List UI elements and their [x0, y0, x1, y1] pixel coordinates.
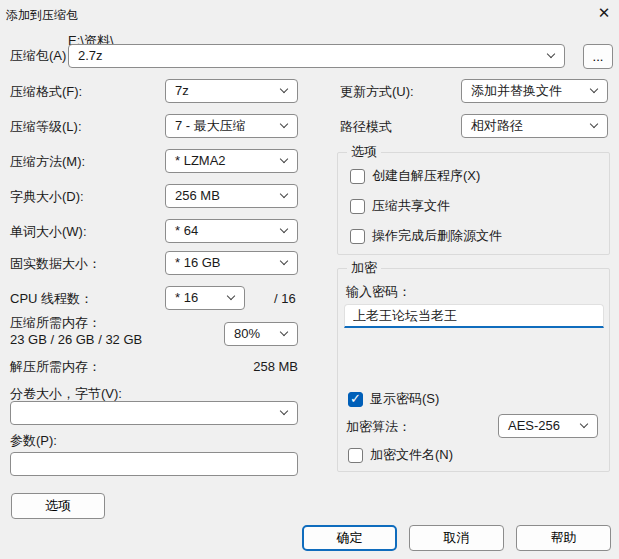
chevron-down-icon	[280, 155, 288, 163]
path-mode-label: 路径模式	[340, 116, 392, 138]
archive-name-combobox[interactable]: 2.7z	[68, 44, 565, 68]
encryption-method-label: 加密算法：	[346, 416, 411, 438]
checkbox-label: 操作完成后删除源文件	[372, 227, 502, 245]
method-select[interactable]: * LZMA2	[165, 149, 298, 173]
ok-button[interactable]: 确定	[302, 525, 397, 551]
browse-button[interactable]: ...	[583, 44, 613, 69]
checkbox-box[interactable]	[348, 392, 363, 407]
checkbox-box[interactable]	[350, 229, 365, 244]
split-volume-combobox[interactable]	[10, 401, 298, 425]
checkbox-delete-after[interactable]: 操作完成后删除源文件	[350, 227, 502, 245]
memory-compress-detail: 23 GB / 26 GB / 32 GB	[10, 329, 142, 351]
word-size-select[interactable]: * 64	[165, 219, 298, 243]
checkbox-label: 显示密码(S)	[370, 390, 439, 408]
add-to-archive-dialog: 添加到压缩包 ✕ 压缩包(A) E:\资料\ 2.7z ... 压缩格式(F):…	[0, 0, 619, 559]
memory-decompress-label: 解压所需内存：	[10, 356, 101, 378]
word-size-label: 单词大小(W):	[10, 221, 87, 243]
chevron-down-icon	[227, 292, 235, 300]
checkbox-label: 加密文件名(N)	[370, 446, 453, 464]
update-mode-label: 更新方式(U):	[340, 81, 414, 103]
checkbox-box[interactable]	[348, 448, 363, 463]
chevron-down-icon	[590, 120, 598, 128]
cpu-threads-label: CPU 线程数：	[10, 288, 93, 310]
chevron-down-icon	[280, 120, 288, 128]
password-label: 输入密码：	[346, 281, 411, 303]
archive-label: 压缩包(A)	[10, 45, 66, 67]
memory-usage-select[interactable]: 80%	[224, 322, 298, 346]
cancel-button[interactable]: 取消	[409, 525, 504, 551]
solid-block-select[interactable]: * 16 GB	[165, 251, 298, 275]
chevron-down-icon	[280, 85, 288, 93]
chevron-down-icon	[280, 328, 288, 336]
parameters-input[interactable]	[10, 452, 298, 476]
dictionary-size-label: 字典大小(D):	[10, 186, 84, 208]
close-icon[interactable]: ✕	[593, 2, 615, 24]
chevron-down-icon	[280, 190, 288, 198]
memory-decompress-value: 258 MB	[228, 356, 298, 378]
options-group: 选项 创建自解压程序(X) 压缩共享文件 操作完成后删除源文件	[337, 152, 610, 255]
path-mode-select[interactable]: 相对路径	[461, 114, 608, 138]
encryption-method-select[interactable]: AES-256	[498, 414, 598, 438]
archive-name-value: 2.7z	[78, 45, 103, 67]
window-title: 添加到压缩包	[6, 4, 78, 26]
method-label: 压缩方法(M):	[10, 151, 85, 173]
update-mode-select[interactable]: 添加并替换文件	[461, 79, 608, 103]
options-button[interactable]: 选项	[11, 493, 105, 519]
chevron-down-icon	[280, 257, 288, 265]
checkbox-compress-shared[interactable]: 压缩共享文件	[350, 197, 450, 215]
checkbox-box[interactable]	[350, 199, 365, 214]
solid-block-label: 固实数据大小：	[10, 253, 101, 275]
checkbox-label: 创建自解压程序(X)	[372, 167, 480, 185]
password-input[interactable]	[344, 304, 604, 328]
checkbox-create-sfx[interactable]: 创建自解压程序(X)	[350, 167, 480, 185]
parameters-label: 参数(P):	[10, 430, 57, 452]
encryption-group-title: 加密	[347, 260, 381, 276]
chevron-down-icon	[580, 420, 588, 428]
encryption-group: 加密 输入密码： 显示密码(S) 加密算法： AES-256 加密文件名(N)	[337, 268, 610, 472]
chevron-down-icon	[547, 50, 555, 58]
format-label: 压缩格式(F):	[10, 81, 82, 103]
dictionary-size-select[interactable]: 256 MB	[165, 184, 298, 208]
options-group-title: 选项	[347, 144, 381, 160]
cpu-threads-max: / 16	[274, 288, 296, 310]
format-select[interactable]: 7z	[165, 79, 298, 103]
chevron-down-icon	[590, 85, 598, 93]
checkbox-encrypt-names[interactable]: 加密文件名(N)	[348, 446, 453, 464]
level-label: 压缩等级(L):	[10, 116, 82, 138]
checkbox-box[interactable]	[350, 169, 365, 184]
checkbox-show-password[interactable]: 显示密码(S)	[348, 390, 439, 408]
help-button[interactable]: 帮助	[516, 525, 611, 551]
level-select[interactable]: 7 - 最大压缩	[165, 114, 298, 138]
checkbox-label: 压缩共享文件	[372, 197, 450, 215]
chevron-down-icon	[280, 407, 288, 415]
chevron-down-icon	[280, 225, 288, 233]
cpu-threads-select[interactable]: * 16	[165, 286, 245, 310]
